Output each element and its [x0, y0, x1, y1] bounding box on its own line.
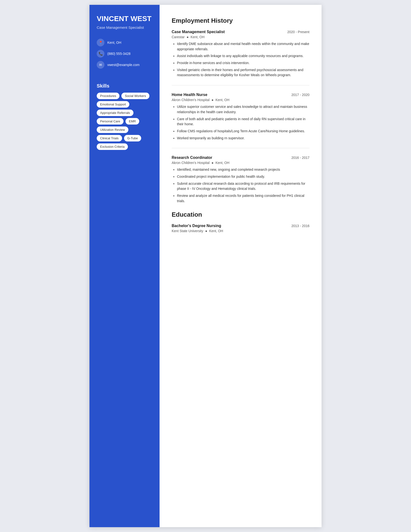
bullet-separator: ● [187, 35, 188, 39]
job-header: Case Management Specialist2020 - Present [172, 30, 309, 34]
job-header: Research Coordinator2016 - 2017 [172, 155, 309, 160]
sidebar: VINCENT WEST Case Management Specialist … [89, 5, 159, 527]
main-content: Employment History Case Management Speci… [159, 5, 322, 527]
bullet-separator: ● [205, 229, 207, 233]
edu-dates: 2013 - 2016 [291, 224, 309, 228]
contact-location: 📍 Kent, OH [97, 39, 152, 47]
job-title: Case Management Specialist [172, 30, 225, 34]
job-location: Kent, OH [215, 98, 229, 102]
job-bullets-list: Identified, maintained new, ongoing and … [172, 167, 309, 204]
job-company: Akron Children's Hospital●Kent, OH [172, 98, 309, 102]
location-icon: 📍 [97, 39, 104, 47]
job-bullets-list: Identify DME substance abuse and mental … [172, 41, 309, 78]
skill-tag: Emotional Support [97, 101, 129, 108]
email-icon: ✉ [97, 61, 104, 69]
education-container: Bachelor's Degree Nursing2013 - 2016Kent… [172, 224, 309, 233]
school-name: Kent State University [172, 229, 203, 233]
candidate-name: VINCENT WEST [97, 15, 152, 22]
job-company: Carestar●Kent, OH [172, 35, 309, 39]
job-header: Home Health Nurse2017 - 2020 [172, 93, 309, 97]
employment-section: Employment History Case Management Speci… [172, 17, 309, 204]
skill-tag: EMR [125, 118, 139, 124]
bullet-separator: ● [212, 98, 214, 102]
job-bullets-list: Utilize superior customer service and sa… [172, 104, 309, 141]
company-name: Carestar [172, 35, 185, 39]
candidate-title: Case Management Specialist [97, 25, 152, 30]
job-bullet-item: Identify DME substance abuse and mental … [177, 41, 309, 52]
skill-tag: Appropriate Referrals [97, 110, 133, 116]
job-bullet-item: Care of both adult and pediatric patient… [177, 116, 309, 127]
job-block: Case Management Specialist2020 - Present… [172, 30, 309, 85]
contact-section: 📍 Kent, OH 📞 (880) 555-3428 ✉ vwest@exam… [97, 39, 152, 69]
job-bullet-item: Follow CMS regulations of hospitals/Long… [177, 129, 309, 134]
skill-tag: Social Workers [121, 93, 149, 99]
job-bullet-item: Utilize superior customer service and sa… [177, 104, 309, 115]
skills-section: Skills ProceduresSocial WorkersEmotional… [97, 83, 152, 150]
bullet-separator: ● [212, 161, 214, 165]
contact-email: ✉ vwest@example.com [97, 61, 152, 69]
job-title: Home Health Nurse [172, 93, 207, 97]
job-dates: 2020 - Present [287, 30, 309, 34]
job-bullet-item: Assist individuals with linkage to any a… [177, 53, 309, 59]
contact-phone: 📞 (880) 555-3428 [97, 50, 152, 57]
job-bullet-item: Worked temporarily as building rn superv… [177, 136, 309, 141]
skills-list: ProceduresSocial WorkersEmotional Suppor… [97, 93, 152, 150]
divider [172, 85, 309, 85]
employment-heading: Employment History [172, 17, 309, 24]
skill-tag: Clinical Trials [97, 135, 122, 142]
education-section: Education Bachelor's Degree Nursing2013 … [172, 211, 309, 233]
company-name: Akron Children's Hospital [172, 161, 210, 165]
skill-tag: Utilization Review [97, 126, 128, 133]
job-block: Research Coordinator2016 - 2017Akron Chi… [172, 155, 309, 204]
skill-tag: Procedures [97, 93, 120, 99]
edu-degree: Bachelor's Degree Nursing [172, 224, 221, 228]
phone-icon: 📞 [97, 50, 104, 57]
company-name: Akron Children's Hospital [172, 98, 210, 102]
skills-heading: Skills [97, 83, 152, 89]
job-company: Akron Children's Hospital●Kent, OH [172, 161, 309, 165]
job-bullet-item: Visited geriatric clients in their homes… [177, 67, 309, 78]
resume-container: VINCENT WEST Case Management Specialist … [89, 5, 322, 527]
job-dates: 2017 - 2020 [291, 93, 309, 97]
job-bullet-item: Provide in-home services and crisis inte… [177, 60, 309, 66]
jobs-container: Case Management Specialist2020 - Present… [172, 30, 309, 204]
job-dates: 2016 - 2017 [291, 156, 309, 160]
job-bullet-item: Coordinated project implementation for p… [177, 174, 309, 180]
job-block: Home Health Nurse2017 - 2020Akron Childr… [172, 93, 309, 148]
education-block: Bachelor's Degree Nursing2013 - 2016Kent… [172, 224, 309, 233]
divider [172, 148, 309, 148]
skill-tag: G-Tube [124, 135, 141, 142]
job-location: Kent, OH [215, 161, 229, 165]
job-bullet-item: Submit accurate clinical research data a… [177, 181, 309, 191]
job-bullet-item: Review and analyze all medical records f… [177, 193, 309, 204]
job-bullet-item: Identified, maintained new, ongoing and … [177, 167, 309, 172]
education-heading: Education [172, 211, 309, 218]
skill-tag: Personal Care [97, 118, 123, 124]
job-location: Kent, OH [190, 35, 205, 39]
job-title: Research Coordinator [172, 155, 212, 160]
edu-location: Kent, OH [209, 229, 223, 233]
edu-header: Bachelor's Degree Nursing2013 - 2016 [172, 224, 309, 228]
edu-school: Kent State University●Kent, OH [172, 229, 309, 233]
skill-tag: Exclusion Criteria [97, 143, 128, 150]
